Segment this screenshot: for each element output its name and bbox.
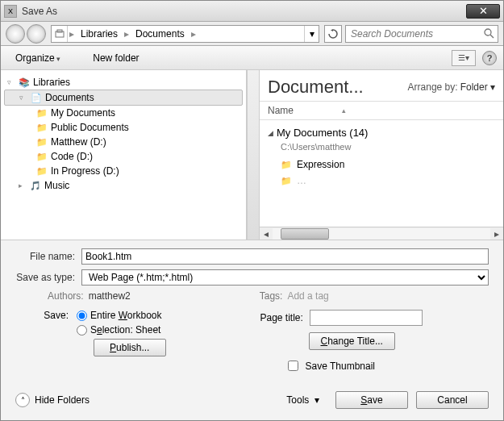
tree-label: Public Documents <box>51 122 129 133</box>
arrange-label: Arrange by: <box>408 81 458 93</box>
forward-button[interactable] <box>27 24 46 44</box>
item-name: Expression <box>297 159 344 170</box>
save-button[interactable]: Save <box>335 391 408 409</box>
tree-item-code-d[interactable]: 📁 Code (D:) <box>1 149 246 164</box>
radio-label-workbook: Entire Workbook <box>90 310 162 321</box>
scroll-thumb[interactable] <box>281 228 329 240</box>
filetype-select[interactable]: Web Page (*.htm;*.html) <box>81 269 489 286</box>
page-title-label: Page title: <box>260 312 303 323</box>
svg-point-2 <box>485 29 491 35</box>
scroll-left-icon[interactable]: ◂ <box>260 228 273 240</box>
scroll-track[interactable] <box>273 228 490 240</box>
tree-item-my-documents[interactable]: 📁 My Documents <box>1 106 246 120</box>
folder-icon: 📁 <box>36 165 48 177</box>
navigation-pane: ▿ 📚 Libraries ▿ 📄 Documents 📁 My Documen… <box>1 70 247 240</box>
arrange-by: Arrange by: Folder ▾ <box>408 81 495 93</box>
tree-item-libraries[interactable]: ▿ 📚 Libraries <box>1 75 246 90</box>
filename-input[interactable] <box>81 248 489 265</box>
save-form: File name: Save as type: Web Page (*.htm… <box>1 240 503 385</box>
view-button[interactable]: ☰▾ <box>452 50 476 66</box>
radio-entire-workbook[interactable] <box>77 311 87 321</box>
filetype-label: Save as type: <box>15 272 81 283</box>
cancel-button[interactable]: Cancel <box>416 391 489 409</box>
chevron-right-icon: ▸ <box>68 28 76 40</box>
nav-scrollbar[interactable] <box>247 70 260 240</box>
group-my-documents[interactable]: ◢ My Documents (14) <box>260 123 503 142</box>
publish-button[interactable]: Publish... <box>94 339 166 356</box>
help-button[interactable]: ? <box>482 51 497 65</box>
app-icon: X <box>4 5 17 18</box>
tree-label: My Documents <box>51 107 115 119</box>
item-name: … <box>297 175 306 186</box>
arrange-dropdown[interactable]: Folder ▾ <box>460 81 495 93</box>
tags-value[interactable]: Add a tag <box>287 290 328 302</box>
tree-label: Music <box>44 180 69 191</box>
content-pane: Document... Arrange by: Folder ▾ Name ▴ … <box>260 70 503 240</box>
radio-label-selection: Selection: Sheet <box>90 324 160 336</box>
authors-value[interactable]: matthew2 <box>89 290 131 302</box>
list-item[interactable]: 📁 Expression <box>260 156 503 173</box>
tools-dropdown[interactable]: Tools ▾ <box>278 392 327 408</box>
expand-icon: ▿ <box>19 94 27 102</box>
content-heading: Document... <box>268 77 364 98</box>
tree-item-public-documents[interactable]: 📁 Public Documents <box>1 120 246 135</box>
documents-icon: 📄 <box>31 92 42 103</box>
svg-line-3 <box>490 35 494 38</box>
body: ▿ 📚 Libraries ▿ 📄 Documents 📁 My Documen… <box>1 70 503 240</box>
sort-indicator-icon: ▴ <box>342 106 346 115</box>
back-button[interactable] <box>6 24 25 44</box>
refresh-button[interactable] <box>324 25 342 43</box>
tree-label: In Progress (D:) <box>51 165 119 177</box>
folder-icon: 📁 <box>36 136 48 148</box>
save-label: Save: <box>15 310 73 321</box>
music-icon: 🎵 <box>30 180 41 191</box>
close-button[interactable]: ✕ <box>466 4 500 19</box>
breadcrumb-bar[interactable]: ▸ Libraries ▸ Documents ▸ ▾ <box>51 25 319 43</box>
folder-icon: 📁 <box>281 175 292 186</box>
tree-label: Documents <box>45 92 94 103</box>
location-icon <box>52 26 68 42</box>
organize-button[interactable]: Organize <box>7 50 69 66</box>
new-folder-button[interactable]: New folder <box>85 50 147 66</box>
tags-label: Tags: <box>260 290 283 302</box>
radio-selection-sheet[interactable] <box>77 325 87 336</box>
list-item[interactable]: 📁 … <box>260 173 503 189</box>
tree-item-documents[interactable]: ▿ 📄 Documents <box>4 90 243 106</box>
file-list: ◢ My Documents (14) C:\Users\matthew 📁 E… <box>260 120 503 227</box>
horizontal-scrollbar[interactable]: ◂ ▸ <box>260 227 503 240</box>
window-title: Save As <box>22 6 466 17</box>
breadcrumb-dropdown[interactable]: ▾ <box>304 26 319 42</box>
search-box[interactable] <box>345 25 498 43</box>
breadcrumb-libraries[interactable]: Libraries <box>76 28 123 40</box>
titlebar: X Save As ✕ <box>1 1 503 22</box>
chevron-up-icon: ˄ <box>15 393 30 407</box>
page-title-input[interactable] <box>310 310 423 326</box>
toolbar: Organize New folder ☰▾ ? <box>1 46 503 70</box>
tree-label: Code (D:) <box>51 151 93 162</box>
save-as-dialog: X Save As ✕ ▸ Libraries ▸ Documents ▸ ▾ <box>0 0 504 421</box>
scroll-right-icon[interactable]: ▸ <box>490 228 503 240</box>
tree-item-music[interactable]: ▸ 🎵 Music <box>1 178 246 193</box>
dialog-footer: ˄ Hide Folders Tools ▾ Save Cancel <box>1 385 503 420</box>
chevron-right-icon: ▸ <box>123 28 131 40</box>
change-title-button[interactable]: Change Title... <box>309 332 395 350</box>
tree-label: Libraries <box>33 77 70 88</box>
hide-folders-label: Hide Folders <box>35 394 90 406</box>
folder-icon: 📁 <box>36 122 48 133</box>
folder-icon: 📁 <box>36 151 48 162</box>
column-header-name[interactable]: Name ▴ <box>260 102 503 120</box>
save-thumbnail-checkbox[interactable] <box>288 361 298 371</box>
tree-label: Matthew (D:) <box>51 136 106 148</box>
tree-item-matthew-d[interactable]: 📁 Matthew (D:) <box>1 135 246 149</box>
folder-icon: 📁 <box>281 159 292 170</box>
hide-folders-button[interactable]: ˄ Hide Folders <box>15 393 90 407</box>
filename-label: File name: <box>15 251 81 262</box>
tree-item-in-progress-d[interactable]: 📁 In Progress (D:) <box>1 164 246 178</box>
authors-label: Authors: <box>48 290 84 302</box>
chevron-right-icon: ▸ <box>190 28 198 40</box>
expand-icon: ▸ <box>19 181 27 190</box>
search-input[interactable] <box>349 27 484 40</box>
breadcrumb-documents[interactable]: Documents <box>131 28 190 40</box>
libraries-icon: 📚 <box>19 77 30 88</box>
save-thumbnail-label: Save Thumbnail <box>306 361 376 372</box>
